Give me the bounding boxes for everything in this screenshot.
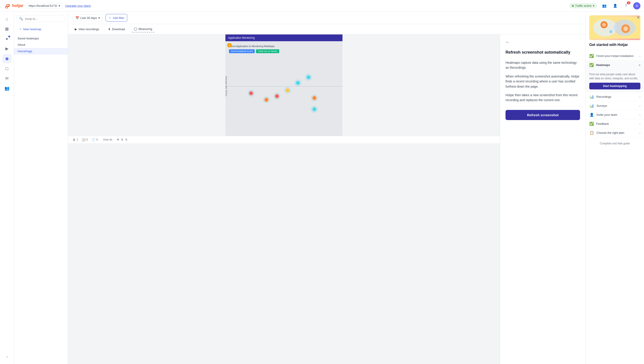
sidebar-heatmaps-icon[interactable]: ◉ <box>2 54 12 63</box>
sidebar-dashboard-icon[interactable]: ▦ <box>2 24 12 33</box>
play-icon: ▶ <box>75 28 77 31</box>
date-range-chevron: ▾ <box>98 16 100 20</box>
date-range-button[interactable]: 📅 Last 30 days ▾ <box>72 14 103 22</box>
invite-team-icon[interactable]: 👥 <box>601 2 608 10</box>
info-panel: ← Refresh screenshot automatically Heatm… <box>500 34 586 364</box>
avatar[interactable]: U <box>633 2 640 10</box>
logo-text: hotjar <box>12 4 24 8</box>
add-filter-button[interactable]: ＋ Add filter <box>106 14 127 22</box>
heatmap-number-label: 1 <box>227 43 232 48</box>
arrow-invite-icon: › <box>639 113 640 117</box>
navbar: hotjar https://localhost:5173/ ▾ Upgrade… <box>0 0 644 12</box>
plus-icon: ＋ <box>19 27 22 31</box>
new-heatmap-button[interactable]: ＋ New heatmap <box>17 26 65 32</box>
upgrade-link[interactable]: Upgrade your plans <box>65 4 91 8</box>
sidebar-home-icon[interactable]: ⌂ <box>2 14 12 24</box>
check-icon-heatmaps: ✅ <box>589 63 594 67</box>
blob-container <box>589 15 640 40</box>
gs-item-feedback-label: Feedback <box>596 122 609 126</box>
hotspot-7[interactable] <box>312 95 317 101</box>
hotspot-6[interactable] <box>306 74 311 80</box>
notification-badge: 3 <box>627 1 630 4</box>
gs-item-finish-installation[interactable]: ✅ Finish your Hotjar installation › <box>586 52 644 60</box>
sidebar-people-icon[interactable]: 👥 <box>2 84 12 93</box>
sidebar-feedback-icon[interactable]: ✉ <box>2 74 12 83</box>
recordings-bar-icon: 📊 <box>589 94 594 99</box>
help-icon: ? <box>625 4 627 8</box>
heatmap-screenshot: Application Monitoring 1 Demo Applicatio… <box>226 34 342 136</box>
sidebar-item-homepage[interactable]: HomePage <box>14 48 68 54</box>
mobile-icon: 📄 <box>92 138 95 142</box>
gs-item-recordings-label: Recordings <box>596 95 611 98</box>
fold-marker: Average fold: 547px <box>226 76 228 96</box>
second-sidebar: 🔍 ＋ New heatmap Saved heatmaps About Hom… <box>14 12 68 364</box>
arrow-recordings-icon: › <box>639 95 640 99</box>
gs-item-heatmaps-label: Heatmaps <box>596 63 610 67</box>
plan-bar-icon: 📋 <box>589 131 594 135</box>
surveys-bar-icon: 📊 <box>589 104 594 108</box>
gs-item-finish-label: Finish your Hotjar installation <box>596 54 634 58</box>
traffic-active-badge[interactable]: Traffic active ▾ <box>569 3 597 8</box>
heatmap-container: Application Monitoring 1 Demo Applicatio… <box>68 34 500 136</box>
add-filter-label: Add filter <box>113 16 124 20</box>
hotspot-3[interactable] <box>274 94 280 99</box>
gs-item-invite[interactable]: 👤 Invite your team › <box>586 110 644 120</box>
arrow-surveys-icon: › <box>639 104 640 108</box>
gs-items-list: ✅ Finish your Hotjar installation › ✅ He… <box>586 50 644 139</box>
close-button[interactable]: ✕ <box>635 14 641 21</box>
search-box[interactable]: 🔍 <box>17 15 65 22</box>
measuring-button[interactable]: Measuring <box>132 26 154 32</box>
traffic-status-text: Traffic active <box>575 4 592 8</box>
tablet-stat: ⬜ 0 <box>82 138 88 142</box>
cursor-icon: ✥ <box>117 138 119 141</box>
heatmap-app-header: Application Monitoring <box>226 34 342 41</box>
action-bar: ▶ View recordings ⬇ Download Measuring <box>68 24 586 34</box>
tablet-icon: ⬜ <box>82 138 86 142</box>
arrows-icon: ⇅ <box>125 138 128 141</box>
toolbar: 📅 Last 30 days ▾ ＋ Add filter <box>68 12 586 24</box>
sidebar-surveys-icon[interactable]: ◻ <box>2 64 12 73</box>
sidebar-dot-icon[interactable]: ● <box>2 34 12 43</box>
hotjar-logo[interactable]: hotjar <box>4 2 24 10</box>
gs-item-recordings[interactable]: 📊 Recordings › <box>586 92 644 101</box>
gs-item-surveys[interactable]: 📊 Surveys › <box>586 101 644 110</box>
search-input[interactable] <box>25 17 62 20</box>
heatmap-panel: Application Monitoring 1 Demo Applicatio… <box>68 34 500 364</box>
help-icon-wrap[interactable]: ? 3 <box>622 2 630 10</box>
sidebar-recordings-icon[interactable]: ▶ <box>2 44 12 53</box>
measuring-circle-icon <box>134 28 137 31</box>
heatmap-demo-title: Demo Application to Monitoring WebApps <box>229 45 339 48</box>
sidebar-collapse-icon[interactable]: → <box>2 352 12 361</box>
url-text: https://localhost:5173/ <box>28 4 57 8</box>
navbar-left: hotjar https://localhost:5173/ ▾ Upgrade… <box>4 2 91 10</box>
traffic-dot <box>572 5 574 7</box>
desktop-count: 1 <box>76 138 78 141</box>
url-chevron: ▾ <box>58 4 60 8</box>
heatmap-app-body: 1 Demo Application to Monitoring WebApps… <box>226 41 342 136</box>
start-heatmapping-button[interactable]: Start heatmapping <box>589 83 640 90</box>
url-bar[interactable]: https://localhost:5173/ ▾ <box>26 3 62 8</box>
hotspot-2[interactable] <box>264 97 269 102</box>
hotspot-4[interactable] <box>285 88 290 93</box>
back-arrow-button[interactable]: ← <box>506 40 580 44</box>
hotspot-5[interactable] <box>295 80 300 86</box>
gs-item-heatmaps[interactable]: ✅ Heatmaps ▾ <box>586 60 644 70</box>
hotspot-8[interactable] <box>312 106 317 112</box>
gs-item-plan[interactable]: 📋 Choose the right plan › <box>586 128 644 138</box>
svg-point-4 <box>602 23 606 26</box>
get-started-panel: Get started with Hotjar ✕ ✅ Finish your … <box>586 12 644 364</box>
navbar-right: Traffic active ▾ 👥 👤 ? 3 U <box>569 2 640 10</box>
new-heatmap-label: New heatmap <box>23 28 41 31</box>
hotspot-1[interactable] <box>248 90 254 96</box>
gs-heatmaps-expanded: Find out what people really care about w… <box>586 70 644 92</box>
refresh-screenshot-button[interactable]: Refresh screenshot <box>506 110 580 120</box>
complete-hide-button[interactable]: Complete and hide guide <box>586 139 644 148</box>
view-recordings-button[interactable]: ▶ View recordings <box>72 26 101 32</box>
download-button[interactable]: ⬇ Download <box>106 26 127 32</box>
sidebar-item-about[interactable]: About <box>14 42 68 48</box>
download-icon: ⬇ <box>108 28 110 31</box>
amplitude-btn: Send Amplitude Event <box>229 49 255 53</box>
add-user-icon[interactable]: 👤 <box>612 2 619 10</box>
gs-item-feedback[interactable]: ✅ Feedback › <box>586 120 644 128</box>
info-title: Refresh screenshot automatically <box>506 50 580 55</box>
